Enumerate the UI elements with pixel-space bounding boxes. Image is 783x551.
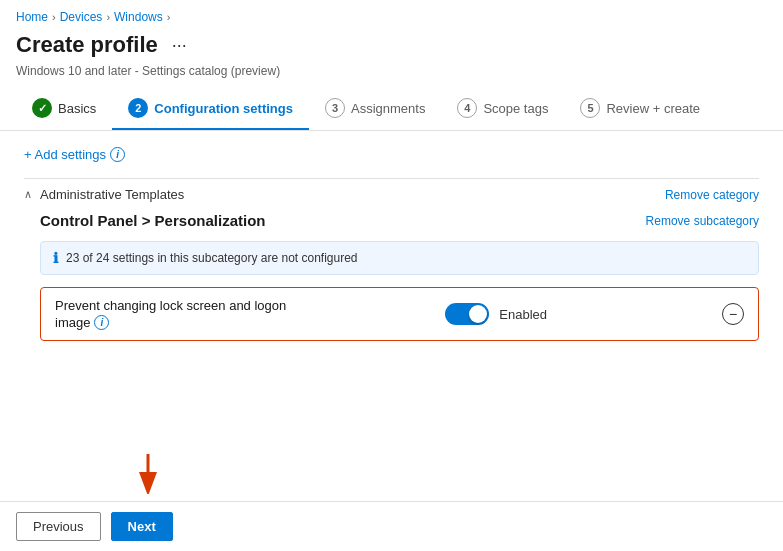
arrow-indicator: [128, 454, 168, 497]
setting-info-icon: i: [94, 315, 109, 330]
tab-assign-circle: 3: [325, 98, 345, 118]
page-title: Create profile: [16, 32, 158, 58]
info-banner-icon: ℹ: [53, 250, 58, 266]
info-banner-text: 23 of 24 settings in this subcategory ar…: [66, 251, 358, 265]
category-header: ∧ Administrative Templates Remove catego…: [24, 178, 759, 206]
remove-setting-button[interactable]: −: [722, 303, 744, 325]
remove-category-link[interactable]: Remove category: [665, 188, 759, 202]
subcategory-title: Control Panel > Personalization: [40, 212, 265, 229]
tab-review-label: Review + create: [606, 101, 700, 116]
tab-assign-label: Assignments: [351, 101, 425, 116]
category-chevron[interactable]: ∧: [24, 188, 32, 201]
subcategory-header: Control Panel > Personalization Remove s…: [24, 206, 759, 233]
content-area: + Add settings i ∧ Administrative Templa…: [0, 131, 783, 357]
add-settings-info-icon: i: [110, 147, 125, 162]
info-banner: ℹ 23 of 24 settings in this subcategory …: [40, 241, 759, 275]
setting-control: Enabled: [445, 303, 547, 325]
tab-config-circle: 2: [128, 98, 148, 118]
tab-scope-label: Scope tags: [483, 101, 548, 116]
remove-subcategory-link[interactable]: Remove subcategory: [646, 214, 759, 228]
toggle-switch[interactable]: [445, 303, 489, 325]
tab-configuration[interactable]: 2 Configuration settings: [112, 88, 309, 130]
arrow-svg: [128, 454, 168, 494]
tab-basics-label: Basics: [58, 101, 96, 116]
tab-basics[interactable]: ✓ Basics: [16, 88, 112, 130]
setting-row: Prevent changing lock screen and logon i…: [40, 287, 759, 341]
breadcrumb-devices[interactable]: Devices: [60, 10, 103, 24]
setting-label-text1: Prevent changing lock screen and logon: [55, 298, 286, 313]
page-title-area: Create profile ···: [0, 28, 783, 64]
next-button[interactable]: Next: [111, 512, 173, 541]
tabs-bar: ✓ Basics 2 Configuration settings 3 Assi…: [0, 88, 783, 131]
tab-scope[interactable]: 4 Scope tags: [441, 88, 564, 130]
tab-review[interactable]: 5 Review + create: [564, 88, 716, 130]
tab-scope-circle: 4: [457, 98, 477, 118]
breadcrumb: Home › Devices › Windows ›: [0, 0, 783, 28]
breadcrumb-windows[interactable]: Windows: [114, 10, 163, 24]
category-name: Administrative Templates: [40, 187, 184, 202]
tab-assignments[interactable]: 3 Assignments: [309, 88, 441, 130]
tab-review-circle: 5: [580, 98, 600, 118]
breadcrumb-home[interactable]: Home: [16, 10, 48, 24]
toggle-thumb: [469, 305, 487, 323]
ellipsis-button[interactable]: ···: [166, 33, 193, 58]
add-settings-label: + Add settings: [24, 147, 106, 162]
setting-label-line2: image i: [55, 315, 286, 330]
add-settings-link[interactable]: + Add settings i: [24, 147, 759, 162]
page-subtitle: Windows 10 and later - Settings catalog …: [0, 64, 783, 88]
tab-basics-circle: ✓: [32, 98, 52, 118]
setting-label-text2: image: [55, 315, 90, 330]
category-left: ∧ Administrative Templates: [24, 187, 184, 202]
setting-label-area: Prevent changing lock screen and logon i…: [55, 298, 286, 330]
previous-button[interactable]: Previous: [16, 512, 101, 541]
footer: Previous Next: [0, 501, 783, 551]
tab-config-label: Configuration settings: [154, 101, 293, 116]
toggle-label: Enabled: [499, 307, 547, 322]
setting-label: Prevent changing lock screen and logon: [55, 298, 286, 313]
